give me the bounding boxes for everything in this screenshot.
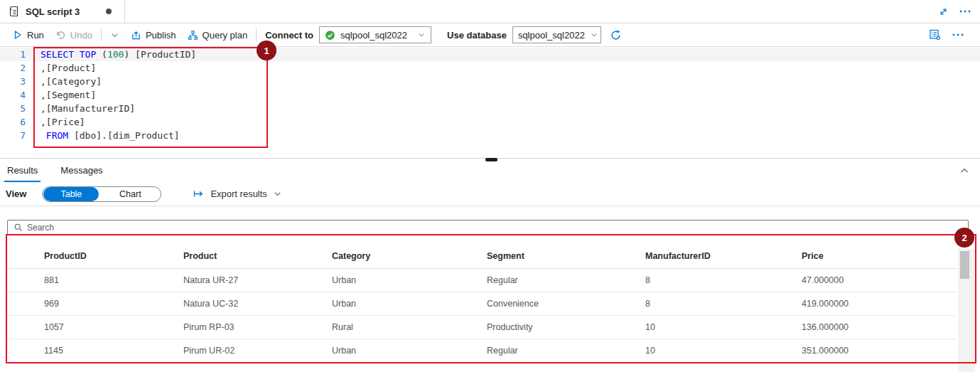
table-row[interactable]: 1145 Pirum UR-02 Urban Regular 10 351.00… xyxy=(7,339,957,362)
publish-button[interactable]: Publish xyxy=(125,26,182,44)
chevron-down-icon xyxy=(417,31,426,39)
column-header[interactable]: Product xyxy=(183,245,332,268)
column-header[interactable]: ProductID xyxy=(7,245,183,268)
grid-scrollbar-track[interactable] xyxy=(958,249,975,372)
grid-header-row: ProductID Product Category Segment Manuf… xyxy=(7,245,957,268)
play-icon xyxy=(13,30,23,40)
undo-icon xyxy=(55,30,66,41)
grid-scrollbar-thumb[interactable] xyxy=(960,251,969,279)
hierarchy-icon xyxy=(188,30,198,41)
tab-messages[interactable]: Messages xyxy=(59,159,104,182)
query-plan-button[interactable]: Query plan xyxy=(182,26,254,44)
chevron-down-icon xyxy=(590,31,598,39)
green-check-icon xyxy=(325,30,335,41)
export-arrow-icon xyxy=(193,188,205,199)
annotation-badge-1: 1 xyxy=(257,41,276,60)
magnifier-icon xyxy=(14,223,23,233)
line-number: 3 xyxy=(0,75,26,88)
sql-script-window: SQL script 3 Run Undo xyxy=(0,0,980,372)
code-line-5: ,[ManufacturerID] xyxy=(41,102,135,115)
ellipsis-icon[interactable] xyxy=(959,6,971,17)
refresh-icon[interactable] xyxy=(610,29,622,41)
connect-to-value: sqlpool_sql2022 xyxy=(340,30,407,41)
line-number: 6 xyxy=(0,115,26,129)
query-toolbar: Run Undo Publish Query plan Con xyxy=(0,23,980,47)
code-line-7: FROM [dbo].[dim_Product] xyxy=(41,129,180,142)
table-row[interactable]: 1057 Pirum RP-03 Rural Productivity 10 1… xyxy=(7,315,957,339)
table-row[interactable]: 881 Natura UR-27 Urban Regular 8 47.0000… xyxy=(7,268,957,292)
tab-title: SQL script 3 xyxy=(26,6,80,17)
run-options-dropdown[interactable] xyxy=(104,26,125,44)
search-input[interactable] xyxy=(27,223,968,233)
connect-to-select[interactable]: sqlpool_sql2022 xyxy=(319,26,431,43)
code-line-3: ,[Category] xyxy=(41,75,102,88)
line-number: 7 xyxy=(0,129,26,142)
use-database-label: Use database xyxy=(441,30,512,41)
column-header[interactable]: Segment xyxy=(487,245,645,268)
sql-editor[interactable]: 1 SELECT TOP (100) [ProductID] 2 ,[Produ… xyxy=(0,47,980,159)
toolbar-separator xyxy=(101,28,102,41)
connect-to-label: Connect to xyxy=(259,30,319,41)
view-label: View xyxy=(6,188,26,199)
view-toggle: Table Chart xyxy=(42,186,161,202)
code-line-1: SELECT TOP (100) [ProductID] xyxy=(41,48,196,61)
column-header[interactable]: Price xyxy=(802,245,957,268)
code-line-4: ,[Segment] xyxy=(41,88,96,102)
chevron-down-icon xyxy=(273,189,282,198)
line-number: 2 xyxy=(0,61,26,75)
tab-sql-script-3[interactable]: SQL script 3 xyxy=(0,0,125,23)
view-toggle-chart[interactable]: Chart xyxy=(99,187,161,201)
ellipsis-icon[interactable] xyxy=(952,29,964,41)
results-search-box xyxy=(7,220,969,235)
chevron-down-icon xyxy=(110,31,119,40)
export-results-button[interactable]: Export results xyxy=(193,188,281,199)
column-header[interactable]: Category xyxy=(332,245,487,268)
list-gear-icon[interactable] xyxy=(929,28,942,41)
results-tab-strip: Results Messages xyxy=(0,159,980,182)
view-toggle-table[interactable]: Table xyxy=(43,187,99,201)
results-grid: ProductID Product Category Segment Manuf… xyxy=(7,245,957,363)
publish-upload-icon xyxy=(131,30,141,41)
expand-diagonal-icon[interactable] xyxy=(938,6,949,17)
editor-tab-bar: SQL script 3 xyxy=(0,0,980,23)
tab-results[interactable]: Results xyxy=(6,159,39,182)
line-number: 4 xyxy=(0,88,26,102)
run-button[interactable]: Run xyxy=(7,26,50,44)
line-number: 1 xyxy=(0,48,26,61)
use-database-select[interactable]: sqlpool_sql2022 xyxy=(512,26,601,43)
database-value: sqlpool_sql2022 xyxy=(518,30,585,41)
undo-button[interactable]: Undo xyxy=(50,26,98,44)
toolbar-separator xyxy=(256,28,257,41)
table-row[interactable]: 969 Natura UC-32 Urban Convenience 8 419… xyxy=(7,292,957,315)
code-line-6: ,[Price] xyxy=(41,115,85,129)
annotation-badge-2: 2 xyxy=(954,228,974,248)
code-line-2: ,[Product] xyxy=(41,61,96,75)
results-view-bar: View Table Chart Export results xyxy=(0,182,980,206)
unsaved-indicator xyxy=(106,9,112,14)
chevron-up-icon[interactable] xyxy=(959,165,970,176)
line-number: 5 xyxy=(0,102,26,115)
sql-script-icon xyxy=(9,6,20,17)
column-header[interactable]: ManufacturerID xyxy=(645,245,802,268)
